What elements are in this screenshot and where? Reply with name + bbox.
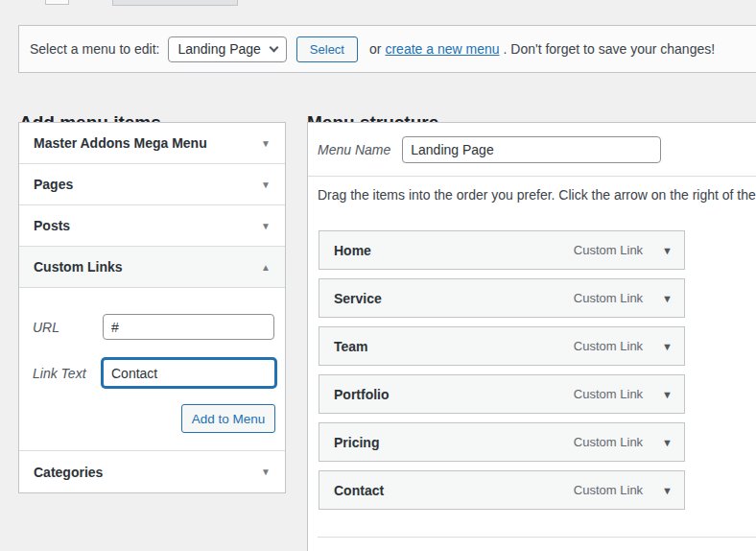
menu-select-value: Landing Page xyxy=(177,41,260,57)
menu-item-label: Home xyxy=(334,243,371,258)
chevron-down-icon[interactable]: ▼ xyxy=(662,293,673,304)
tab-edit-menus-remnant[interactable] xyxy=(45,0,69,5)
chevron-down-icon[interactable]: ▼ xyxy=(662,245,673,256)
chevron-down-icon[interactable]: ▼ xyxy=(662,389,673,400)
menu-items-list: Home Custom Link ▼ Service Custom Link ▼… xyxy=(319,230,685,518)
menu-item-home[interactable]: Home Custom Link ▼ xyxy=(319,230,685,270)
menu-item-pricing[interactable]: Pricing Custom Link ▼ xyxy=(319,422,685,462)
select-menu-label: Select a menu to edit: xyxy=(30,41,159,57)
menu-item-label: Portfolio xyxy=(334,387,390,402)
menu-name-label: Menu Name xyxy=(318,142,390,157)
chevron-down-icon xyxy=(269,42,278,52)
accordion-master-addons-mega-menu[interactable]: Master Addons Mega Menu ▼ xyxy=(19,123,285,164)
chevron-down-icon[interactable]: ▼ xyxy=(662,485,673,496)
add-to-menu-button[interactable]: Add to Menu xyxy=(181,404,275,433)
url-input[interactable] xyxy=(103,314,274,340)
menu-item-type: Custom Link xyxy=(574,339,643,353)
chevron-up-icon: ▲ xyxy=(261,262,271,273)
add-menu-items-panel: Master Addons Mega Menu ▼ Pages ▼ Posts … xyxy=(18,122,286,493)
tab-manage-locations-remnant[interactable] xyxy=(112,0,238,6)
menu-item-label: Contact xyxy=(334,483,384,498)
menu-item-contact[interactable]: Contact Custom Link ▼ xyxy=(319,470,685,510)
menu-item-type: Custom Link xyxy=(574,243,643,257)
accordion-categories[interactable]: Categories ▼ xyxy=(19,451,285,492)
menu-item-label: Service xyxy=(334,291,382,306)
chevron-down-icon: ▼ xyxy=(261,180,271,190)
accordion-label: Posts xyxy=(34,218,70,233)
chevron-down-icon: ▼ xyxy=(261,467,271,477)
save-reminder-text: . Don't forget to save your changes! xyxy=(504,41,716,57)
accordion-custom-links[interactable]: Custom Links ▲ xyxy=(19,247,285,288)
menu-item-team[interactable]: Team Custom Link ▼ xyxy=(319,326,685,366)
menu-name-row: Menu Name xyxy=(308,123,756,177)
menu-item-type: Custom Link xyxy=(574,483,643,497)
menu-item-type: Custom Link xyxy=(574,291,643,305)
chevron-down-icon: ▼ xyxy=(261,221,271,231)
accordion-label: Categories xyxy=(34,465,103,480)
accordion-pages[interactable]: Pages ▼ xyxy=(19,164,285,205)
link-text-label: Link Text xyxy=(33,366,86,381)
chevron-down-icon[interactable]: ▼ xyxy=(662,341,673,352)
panel-footer-divider xyxy=(318,537,756,538)
menu-item-type: Custom Link xyxy=(574,435,643,449)
menu-structure-panel: Menu Name Drag the items into the order … xyxy=(307,122,756,551)
drag-instruction-text: Drag the items into the order you prefer… xyxy=(318,187,756,203)
accordion-posts[interactable]: Posts ▼ xyxy=(19,205,285,247)
menu-item-label: Team xyxy=(334,339,368,354)
chevron-down-icon[interactable]: ▼ xyxy=(662,437,673,448)
menu-item-type: Custom Link xyxy=(574,387,643,401)
custom-links-form: URL Link Text Add to Menu xyxy=(19,288,285,451)
menu-item-label: Pricing xyxy=(334,435,379,450)
or-text: or xyxy=(369,41,381,57)
accordion-label: Pages xyxy=(34,177,73,192)
menu-item-portfolio[interactable]: Portfolio Custom Link ▼ xyxy=(319,374,685,414)
menu-name-input[interactable] xyxy=(402,136,661,163)
menu-item-service[interactable]: Service Custom Link ▼ xyxy=(319,278,685,318)
create-new-menu-link[interactable]: create a new menu xyxy=(385,41,499,57)
chevron-down-icon: ▼ xyxy=(261,138,271,149)
menu-select-dropdown[interactable]: Landing Page xyxy=(168,36,286,62)
url-label: URL xyxy=(33,320,59,335)
select-menu-bar: Select a menu to edit: Landing Page Sele… xyxy=(18,25,756,73)
select-button[interactable]: Select xyxy=(296,36,358,62)
accordion-label: Custom Links xyxy=(34,259,123,275)
link-text-input[interactable] xyxy=(102,358,276,388)
accordion-label: Master Addons Mega Menu xyxy=(34,135,207,151)
